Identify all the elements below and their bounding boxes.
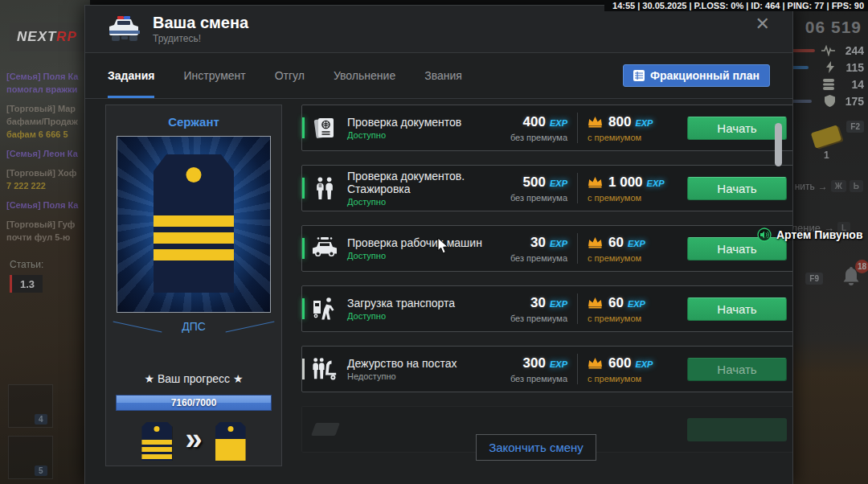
exp-value: 500 bbox=[523, 174, 546, 191]
tab-ranks[interactable]: Звания bbox=[424, 53, 462, 98]
task-row: Дежурство на постах Недоступно 300EXP бе… bbox=[301, 346, 793, 392]
tab-dismissal[interactable]: Увольнение bbox=[334, 53, 395, 98]
exp-value: 800 bbox=[608, 114, 631, 130]
crown-icon bbox=[588, 176, 603, 188]
chat-line: [Торговый] Гуф bbox=[6, 219, 87, 230]
chat-line: помогал вражки bbox=[6, 84, 87, 95]
current-rank-icon bbox=[141, 422, 172, 461]
hint-text: нить bbox=[795, 181, 815, 192]
base-reward: 400EXP без премиума bbox=[490, 114, 567, 142]
premium-label: с премиумом bbox=[588, 314, 641, 323]
chat-line: [Семья] Леон Ка bbox=[6, 148, 87, 159]
premium-reward: 60EXP с премиумом bbox=[588, 235, 687, 263]
progress-title: ★ Ваш прогресс ★ bbox=[106, 372, 281, 385]
availability-marker bbox=[302, 238, 305, 259]
premium-reward: 1 000EXP с премиумом bbox=[588, 174, 687, 203]
exp-badge: EXP bbox=[628, 299, 645, 309]
transport-loading-icon bbox=[302, 296, 347, 322]
chat-line: бафам 6 666 5 bbox=[6, 129, 87, 140]
dialog-subtitle: Трудитесь! bbox=[153, 33, 248, 44]
arrow-icon: → bbox=[818, 181, 828, 192]
no-premium-label: без премиума bbox=[510, 314, 567, 323]
exp-badge: EXP bbox=[647, 178, 665, 188]
task-row: Загрузка транспорта Доступно 30EXP без п… bbox=[301, 285, 793, 332]
weapon-hotbar: 4 5 1 2 bbox=[8, 384, 88, 484]
availability-marker bbox=[302, 298, 305, 319]
exp-value: 30 bbox=[530, 235, 546, 251]
premium-label: с премиумом bbox=[588, 253, 641, 263]
no-premium-label: без премиума bbox=[510, 133, 567, 142]
plan-table-icon bbox=[633, 70, 645, 81]
premium-reward: 60EXP с премиумом bbox=[588, 295, 687, 323]
task-status: Доступно bbox=[347, 197, 490, 207]
armor-stat: 175 bbox=[786, 92, 864, 109]
notifications-bell[interactable]: 18 bbox=[841, 265, 862, 291]
energy-value: 115 bbox=[840, 61, 864, 74]
rank-progress-bar: 7160/7000 bbox=[116, 395, 272, 411]
task-title: Проверка документов bbox=[347, 116, 490, 129]
availability-marker bbox=[302, 117, 305, 138]
divider bbox=[577, 173, 578, 203]
lightning-icon bbox=[825, 61, 835, 73]
bell-badge: 18 bbox=[855, 260, 868, 273]
start-task-button[interactable]: Начать bbox=[687, 177, 787, 200]
player-stats: 244 115 14 175 bbox=[786, 42, 864, 109]
exp-value: 30 bbox=[530, 295, 546, 311]
start-task-button[interactable]: Начать bbox=[687, 117, 787, 140]
key-f9-badge: F9 bbox=[805, 273, 823, 285]
tab-day-off[interactable]: Отгул bbox=[275, 53, 305, 98]
dialog-content: Сержант ДПС ★ Ваш прогресс ★ 7160/7000 bbox=[85, 99, 792, 484]
exp-badge: EXP bbox=[635, 118, 653, 128]
logo-rp: RP bbox=[56, 29, 77, 45]
exp-badge: EXP bbox=[635, 359, 653, 369]
task-title: Проверка документов. Стажировка bbox=[347, 170, 490, 195]
tab-instrument[interactable]: Инструмент bbox=[183, 53, 245, 98]
base-reward: 30EXP без премиума bbox=[490, 235, 567, 263]
divider bbox=[577, 293, 578, 324]
player-nametag: Артем Пивунов bbox=[757, 228, 863, 242]
crown-icon bbox=[588, 116, 603, 128]
key-badge: Ь bbox=[850, 180, 863, 192]
food-value: 14 bbox=[840, 78, 864, 91]
divider bbox=[577, 354, 578, 384]
availability-marker bbox=[302, 359, 305, 379]
hotbar-slot: 4 bbox=[8, 384, 53, 428]
chat-line: [Торговый] Хоф bbox=[6, 167, 87, 178]
shift-dialog: Ваша смена Трудитесь! ✕ Задания Инструме… bbox=[84, 5, 793, 484]
start-task-button[interactable]: Начать bbox=[687, 297, 787, 321]
task-row: Проверка рабочих машин Доступно 30EXP бе… bbox=[301, 225, 793, 272]
divider bbox=[577, 233, 578, 264]
task-title: Загрузка транспорта bbox=[347, 297, 490, 310]
heartbeat-icon bbox=[821, 45, 835, 56]
nextrp-logo: NEXTRP bbox=[10, 23, 84, 51]
chat-log: [Семья] Поля Ка помогал вражки [Торговый… bbox=[6, 71, 87, 244]
quick-item: 1 F2 bbox=[813, 121, 864, 161]
epaulette-icon bbox=[154, 154, 234, 293]
hotbar-key: 5 bbox=[35, 466, 47, 476]
scrollbar-thumb[interactable] bbox=[775, 123, 782, 166]
fraction-plan-button[interactable]: Фракционный план bbox=[623, 64, 770, 87]
money-amount: 06 519 bbox=[805, 18, 862, 37]
exp-value: 60 bbox=[608, 295, 624, 311]
energy-stat: 115 bbox=[786, 59, 864, 76]
tab-tasks[interactable]: Задания bbox=[108, 53, 154, 98]
exp-value: 1 000 bbox=[608, 174, 643, 191]
logo-next: NEXT bbox=[17, 29, 56, 45]
base-reward: 300EXP без премиума bbox=[490, 355, 567, 384]
tab-bar: Задания Инструмент Отгул Увольнение Зван… bbox=[85, 53, 792, 99]
unit-label: ДПС bbox=[106, 318, 281, 335]
no-premium-label: без премиума bbox=[510, 253, 567, 263]
task-status: Доступно bbox=[347, 130, 490, 140]
player-name: Артем Пивунов bbox=[776, 228, 863, 241]
task-row: Проверка документов. Стажировка Доступно… bbox=[301, 165, 793, 211]
armor-value: 175 bbox=[840, 95, 864, 108]
articles-panel: Статьи: 1.3 bbox=[10, 259, 43, 293]
end-shift-button[interactable]: Закончить смену bbox=[476, 434, 596, 461]
start-task-button[interactable]: Начать bbox=[687, 358, 787, 381]
police-car-icon bbox=[108, 15, 141, 43]
close-icon[interactable]: ✕ bbox=[755, 15, 770, 33]
task-icon-placeholder bbox=[311, 423, 340, 436]
burger-icon bbox=[822, 79, 835, 90]
articles-value: 1.3 bbox=[10, 275, 43, 293]
base-reward: 30EXP без премиума bbox=[490, 295, 567, 323]
